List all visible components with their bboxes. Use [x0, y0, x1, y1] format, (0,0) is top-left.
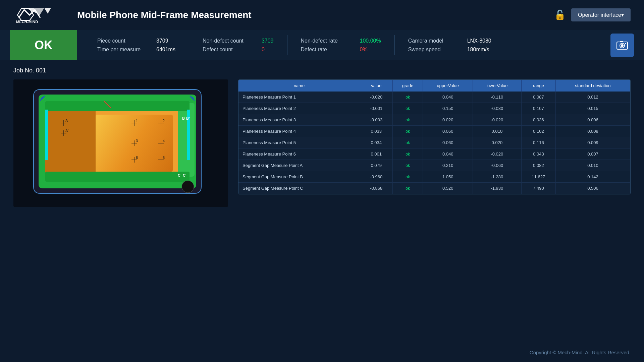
cell-grade: ok: [392, 171, 423, 183]
cell-lower: -0.030: [473, 103, 522, 114]
table-row: Planeness Measure Point 2 -0.001 ok 0.15…: [238, 103, 630, 114]
divider-2: [287, 35, 287, 55]
cell-upper: 0.520: [423, 183, 473, 194]
stats-section: Piece count 3709 Time per measure 6401ms…: [77, 35, 604, 55]
stat-group-camera: Camera model LNX-8080 Sweep speed 180mm/…: [398, 38, 501, 53]
cell-name: Planeness Measure Point 1: [238, 92, 360, 103]
cell-range: 11.627: [521, 171, 555, 183]
cell-range: 0.043: [521, 148, 555, 160]
cell-name: Planeness Measure Point 5: [238, 137, 360, 148]
cell-name: Segment Gap Measure Point A: [238, 160, 360, 171]
lock-icon: 🔓: [554, 9, 566, 20]
cell-range: 7.490: [521, 183, 555, 194]
divider-1: [189, 35, 189, 55]
table-row: Planeness Measure Point 5 0.034 ok 0.060…: [238, 137, 630, 148]
cell-range: 0.082: [521, 160, 555, 171]
cell-std: 0.015: [555, 103, 630, 114]
cell-upper: 0.150: [423, 103, 473, 114]
sweep-speed-value: 180mm/s: [467, 47, 489, 53]
image-panel: [13, 79, 228, 207]
cell-std: 0.009: [555, 137, 630, 148]
cell-upper: 0.060: [423, 126, 473, 137]
non-defect-count-row: Non-defect count 3709: [203, 38, 274, 44]
camera-model-row: Camera model LNX-8080: [408, 38, 491, 44]
main-content: Job No. 001 name value grade upperValue …: [0, 60, 644, 214]
cell-std: 0.006: [555, 114, 630, 126]
col-range: range: [521, 80, 555, 92]
table-row: Segment Gap Measure Point C -0.868 ok 0.…: [238, 183, 630, 194]
cell-lower: -1.280: [473, 171, 522, 183]
footer: Copyright © Mech-Mind. All Rights Reserv…: [530, 350, 631, 355]
cell-lower: -0.020: [473, 114, 522, 126]
stat-group-mid: Non-defect count 3709 Defect count 0: [193, 38, 284, 53]
cell-value: 0.001: [360, 148, 392, 160]
time-per-measure-label: Time per measure: [97, 47, 151, 53]
defect-rate-label: Defect rate: [301, 47, 355, 53]
app-header: MECH-MIND Mobile Phone Mid-Frame Measure…: [0, 0, 644, 30]
col-lower-value: lowerValue: [473, 80, 522, 92]
cell-name: Planeness Measure Point 6: [238, 148, 360, 160]
cell-grade: ok: [392, 137, 423, 148]
cell-value: 0.079: [360, 160, 392, 171]
cell-value: -0.020: [360, 92, 392, 103]
defect-count-row: Defect count 0: [203, 47, 274, 53]
cell-range: 0.036: [521, 114, 555, 126]
table-row: Planeness Measure Point 4 0.033 ok 0.060…: [238, 126, 630, 137]
cell-value: -0.868: [360, 183, 392, 194]
cell-lower: 0.010: [473, 126, 522, 137]
time-per-measure-row: Time per measure 6401ms: [97, 47, 175, 53]
cell-std: 0.012: [555, 92, 630, 103]
cell-std: 0.010: [555, 160, 630, 171]
table-row: Planeness Measure Point 6 0.001 ok 0.040…: [238, 148, 630, 160]
app-title: Mobile Phone Mid-Frame Measurement: [77, 10, 252, 20]
cell-value: -0.001: [360, 103, 392, 114]
cell-range: 0.107: [521, 103, 555, 114]
cell-grade: ok: [392, 148, 423, 160]
cell-name: Planeness Measure Point 4: [238, 126, 360, 137]
cell-upper: 0.210: [423, 160, 473, 171]
non-defect-count-label: Non-defect count: [203, 38, 256, 44]
cell-range: 0.116: [521, 137, 555, 148]
time-per-measure-value: 6401ms: [156, 47, 175, 53]
cell-name: Planeness Measure Point 3: [238, 114, 360, 126]
table-header-row: name value grade upperValue lowerValue r…: [238, 80, 630, 92]
stat-group-left: Piece count 3709 Time per measure 6401ms: [87, 38, 185, 53]
cell-lower: 0.020: [473, 137, 522, 148]
defect-count-label: Defect count: [203, 47, 256, 53]
cell-upper: 0.020: [423, 114, 473, 126]
col-std-dev: standard deviation: [555, 80, 630, 92]
cell-upper: 0.060: [423, 137, 473, 148]
table-row: Segment Gap Measure Point A 0.079 ok 0.2…: [238, 160, 630, 171]
table-row: Segment Gap Measure Point B -0.960 ok 1.…: [238, 171, 630, 183]
col-upper-value: upperValue: [423, 80, 473, 92]
camera-capture-button[interactable]: [610, 34, 634, 57]
defect-rate-value: 0%: [360, 47, 368, 53]
non-defect-rate-value: 100.00%: [360, 38, 381, 44]
cell-std: 0.506: [555, 183, 630, 194]
camera-icon: [616, 39, 628, 51]
cell-std: 0.142: [555, 171, 630, 183]
sweep-speed-row: Sweep speed 180mm/s: [408, 47, 491, 53]
cell-upper: 0.040: [423, 92, 473, 103]
sweep-speed-label: Sweep speed: [408, 47, 462, 53]
cell-name: Planeness Measure Point 2: [238, 103, 360, 114]
cell-upper: 1.050: [423, 171, 473, 183]
cell-grade: ok: [392, 126, 423, 137]
svg-point-7: [621, 44, 624, 47]
cell-lower: -0.060: [473, 160, 522, 171]
col-name: name: [238, 80, 360, 92]
operator-interface-button[interactable]: Operator interface▾: [571, 8, 631, 21]
cell-std: 0.008: [555, 126, 630, 137]
cell-value: 0.033: [360, 126, 392, 137]
cell-value: -0.003: [360, 114, 392, 126]
camera-model-value: LNX-8080: [467, 38, 491, 44]
svg-text:MECH-MIND: MECH-MIND: [16, 20, 38, 24]
mech-mind-logo: MECH-MIND: [13, 5, 67, 25]
non-defect-rate-row: Non-defect rate 100.00%: [301, 38, 381, 44]
cell-name: Segment Gap Measure Point C: [238, 183, 360, 194]
cell-grade: ok: [392, 103, 423, 114]
svg-rect-8: [620, 41, 623, 42]
cell-grade: ok: [392, 160, 423, 171]
piece-count-label: Piece count: [97, 38, 151, 44]
content-row: name value grade upperValue lowerValue r…: [13, 79, 631, 207]
